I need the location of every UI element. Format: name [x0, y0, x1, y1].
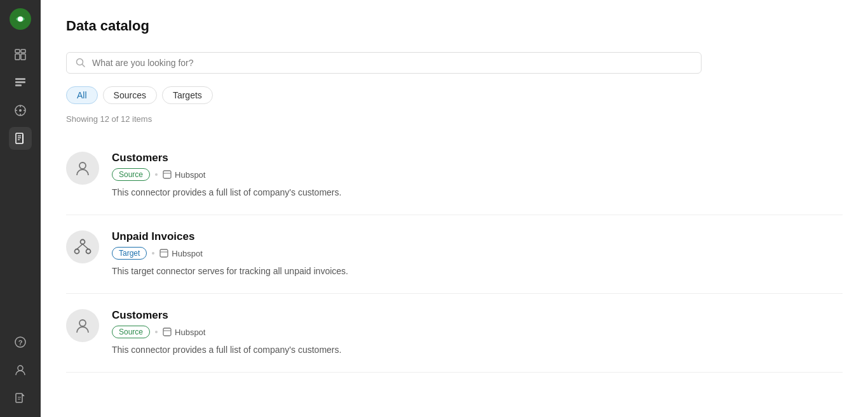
badge-source: Source [112, 326, 150, 338]
search-input[interactable] [92, 58, 692, 68]
svg-point-39 [79, 320, 86, 326]
item-description: This connector provides a full list of c… [112, 343, 843, 357]
svg-rect-6 [15, 78, 25, 80]
search-bar [66, 52, 702, 74]
svg-rect-15 [16, 133, 23, 143]
catalog-item[interactable]: Customers Source Hubspot This connector … [66, 294, 843, 373]
item-icon-invoices [66, 230, 99, 263]
item-icon-customers-2 [66, 309, 99, 342]
item-name: Customers [112, 152, 843, 164]
svg-rect-2 [15, 50, 20, 53]
svg-rect-40 [163, 328, 171, 336]
svg-line-28 [83, 65, 85, 67]
svg-rect-23 [16, 394, 22, 402]
badge-target: Target [112, 247, 147, 260]
layout-icon[interactable] [9, 71, 32, 94]
item-provider: Hubspot [159, 249, 202, 258]
badge-source: Source [112, 168, 150, 181]
catalog-item[interactable]: Unpaid Invoices Target Hubspot This targ… [66, 215, 843, 294]
svg-rect-7 [15, 81, 25, 83]
svg-line-35 [77, 244, 83, 249]
showing-count: Showing 12 of 12 items [66, 114, 843, 124]
svg-point-10 [19, 109, 22, 112]
svg-point-22 [18, 366, 23, 371]
svg-rect-3 [21, 50, 25, 53]
svg-rect-30 [163, 171, 171, 178]
svg-point-1 [18, 17, 23, 22]
item-meta: Source Hubspot [112, 168, 843, 181]
page-title: Data catalog [66, 18, 843, 34]
svg-rect-8 [15, 84, 22, 86]
item-provider: Hubspot [163, 328, 205, 337]
item-content-customers-1: Customers Source Hubspot This connector … [112, 152, 843, 199]
grid-icon[interactable] [9, 43, 32, 66]
svg-rect-37 [160, 249, 168, 257]
export-icon[interactable] [9, 387, 32, 409]
book-icon[interactable] [9, 127, 32, 150]
item-provider: Hubspot [163, 170, 205, 180]
svg-rect-4 [15, 54, 20, 60]
svg-line-36 [83, 244, 88, 249]
user-profile-icon[interactable] [9, 359, 32, 381]
dot-separator [152, 252, 154, 255]
filter-tabs: All Sources Targets [66, 86, 843, 104]
svg-text:?: ? [18, 339, 23, 347]
provider-name: Hubspot [175, 170, 205, 180]
compass-icon[interactable] [9, 99, 32, 122]
item-content-customers-2: Customers Source Hubspot This connector … [112, 309, 843, 357]
svg-point-29 [79, 162, 86, 169]
provider-name: Hubspot [172, 249, 202, 258]
catalog-item[interactable]: Customers Source Hubspot This connector … [66, 136, 843, 215]
help-icon[interactable]: ? [9, 331, 32, 354]
provider-name: Hubspot [175, 328, 205, 337]
svg-point-34 [86, 249, 91, 254]
svg-rect-5 [21, 54, 25, 60]
brand-logo [9, 8, 32, 30]
svg-point-32 [81, 240, 85, 244]
item-name: Customers [112, 309, 843, 322]
svg-point-33 [75, 249, 79, 254]
filter-sources[interactable]: Sources [103, 86, 157, 104]
item-description: This target connector serves for trackin… [112, 265, 843, 278]
dot-separator [155, 173, 158, 176]
item-meta: Target Hubspot [112, 247, 843, 260]
item-content-invoices: Unpaid Invoices Target Hubspot This targ… [112, 230, 843, 278]
item-name: Unpaid Invoices [112, 230, 843, 243]
filter-all[interactable]: All [66, 86, 98, 104]
item-icon-customers-1 [66, 152, 99, 185]
main-content: Data catalog All Sources Targets Showing… [41, 0, 868, 417]
item-meta: Source Hubspot [112, 326, 843, 338]
search-icon [76, 58, 86, 68]
filter-targets[interactable]: Targets [162, 86, 213, 104]
dot-separator [155, 331, 158, 333]
item-description: This connector provides a full list of c… [112, 186, 843, 199]
catalog-list: Customers Source Hubspot This connector … [66, 136, 843, 373]
sidebar: ? [0, 0, 41, 417]
